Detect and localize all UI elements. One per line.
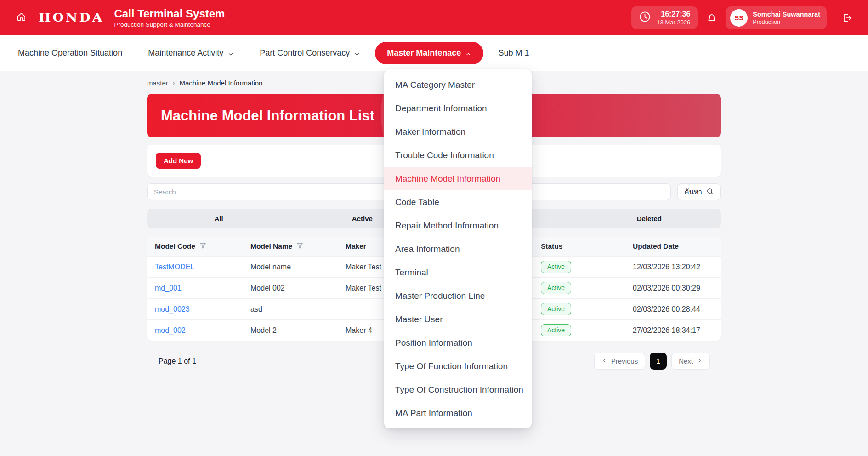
nav-label: Sub M 1	[498, 48, 529, 58]
nav-item-sub-m-1[interactable]: Sub M 1	[485, 48, 542, 58]
app-identity: Call Terminal System Production Support …	[114, 7, 225, 28]
user-info: Somchai Suwannarat Production	[753, 10, 820, 25]
page-number-button[interactable]: 1	[650, 353, 667, 370]
chevron-left-icon	[601, 357, 607, 365]
nav-item-part-control-conservacy[interactable]: Part Control Conservacy	[247, 48, 373, 58]
menu-item-type-of-function-information[interactable]: Type Of Function Information	[384, 354, 532, 378]
filter-icon[interactable]	[296, 242, 304, 251]
next-page-button[interactable]: Next	[671, 353, 710, 370]
model-name-cell: Model 2	[243, 326, 338, 335]
menu-item-department-information[interactable]: Department Information	[384, 97, 532, 120]
model-code-link[interactable]: TestMODEL	[155, 263, 194, 271]
clock-widget: 16:27:36 13 Mar 2026	[631, 6, 698, 29]
home-icon	[16, 11, 27, 24]
menu-item-trouble-code-information[interactable]: Trouble Code Information	[384, 143, 532, 167]
honda-logo: HONDA	[39, 11, 104, 24]
menu-item-ma-category-master[interactable]: MA Category Master	[384, 73, 532, 97]
master-maintenance-dropdown: MA Category Master Department Informatio…	[384, 69, 532, 428]
app-title: Call Terminal System	[114, 7, 225, 20]
column-header-model-code: Model Code	[147, 242, 243, 251]
previous-page-button[interactable]: Previous	[594, 353, 645, 370]
app-header: HONDA Call Terminal System Production Su…	[0, 0, 868, 35]
clock-time: 16:27:36	[657, 10, 690, 18]
status-badge: Active	[541, 261, 571, 274]
menu-item-master-production-line[interactable]: Master Production Line	[384, 284, 532, 308]
logout-button[interactable]	[841, 12, 852, 23]
updated-date-cell: 02/03/2026 00:28:44	[625, 305, 721, 314]
breadcrumb-separator-icon: ›	[173, 80, 175, 87]
updated-date-cell: 27/02/2026 18:34:17	[625, 326, 721, 335]
nav-label: Part Control Conservacy	[260, 48, 350, 58]
tab-all[interactable]: All	[147, 209, 290, 228]
menu-item-terminal[interactable]: Terminal	[384, 261, 532, 284]
breadcrumb-current: Machine Model Information	[180, 79, 263, 87]
logout-icon	[841, 17, 852, 25]
menu-item-machine-model-information[interactable]: Machine Model Information	[384, 167, 532, 190]
model-name-cell: Model 002	[243, 284, 338, 292]
chevron-down-icon	[354, 50, 360, 57]
model-code-link[interactable]: md_001	[155, 284, 182, 292]
home-button[interactable]	[16, 12, 27, 23]
clock-date: 13 Mar 2026	[657, 19, 690, 26]
nav-label: Machine Operation Situation	[18, 48, 122, 58]
status-badge: Active	[541, 282, 571, 295]
notifications-button[interactable]	[706, 12, 718, 24]
chevron-right-icon	[697, 357, 703, 365]
filter-icon[interactable]	[199, 242, 207, 251]
menu-item-area-information[interactable]: Area Information	[384, 237, 532, 261]
column-header-model-name: Model Name	[243, 242, 338, 251]
user-avatar: SS	[730, 9, 748, 27]
search-icon	[706, 188, 714, 197]
column-header-status: Status	[533, 242, 625, 251]
user-menu[interactable]: SS Somchai Suwannarat Production	[726, 6, 827, 29]
status-badge: Active	[541, 324, 571, 337]
nav-label: Maintenance Activity	[148, 48, 223, 58]
model-code-link[interactable]: mod_0023	[155, 305, 190, 314]
search-button-label: ค้นหา	[684, 187, 702, 198]
menu-item-master-user[interactable]: Master User	[384, 308, 532, 331]
model-name-cell: asd	[243, 305, 338, 314]
user-role: Production	[753, 19, 820, 25]
search-button[interactable]: ค้นหา	[677, 183, 721, 200]
column-header-updated-date: Updated Date	[625, 242, 721, 251]
breadcrumb-parent[interactable]: master	[147, 79, 168, 87]
app-subtitle: Production Support & Maintenance	[114, 21, 225, 28]
status-badge: Active	[541, 303, 571, 316]
model-code-link[interactable]: mod_002	[155, 326, 186, 335]
pager: Previous 1 Next	[594, 353, 721, 370]
menu-item-position-information[interactable]: Position Information	[384, 331, 532, 354]
nav-item-maintenance-activity[interactable]: Maintenance Activity	[135, 48, 247, 58]
add-new-button[interactable]: Add New	[156, 153, 201, 169]
chevron-up-icon	[465, 50, 471, 57]
page-title: Machine Model Information List	[147, 108, 374, 124]
menu-item-repair-method-information[interactable]: Repair Method Information	[384, 214, 532, 237]
menu-item-maker-information[interactable]: Maker Information	[384, 120, 532, 143]
header-right: 16:27:36 13 Mar 2026 SS Somchai Suwannar…	[631, 6, 852, 29]
menu-item-ma-part-information[interactable]: MA Part Information	[384, 401, 532, 425]
clock-icon	[639, 11, 651, 25]
nav-item-machine-operation-situation[interactable]: Machine Operation Situation	[18, 48, 135, 58]
clock-text: 16:27:36 13 Mar 2026	[657, 10, 690, 25]
main-nav: Machine Operation Situation Maintenance …	[0, 35, 868, 71]
updated-date-cell: 12/03/2026 13:20:42	[625, 263, 721, 271]
chevron-down-icon	[227, 50, 234, 57]
model-name-cell: Model name	[243, 263, 338, 271]
menu-item-code-table[interactable]: Code Table	[384, 190, 532, 214]
tab-deleted[interactable]: Deleted	[578, 209, 721, 228]
menu-item-type-of-construction-information[interactable]: Type Of Construction Information	[384, 378, 532, 401]
updated-date-cell: 02/03/2026 00:30:29	[625, 284, 721, 292]
page-summary: Page 1 of 1	[159, 357, 196, 365]
bell-icon	[706, 17, 718, 25]
user-name: Somchai Suwannarat	[753, 10, 820, 18]
nav-item-master-maintenace[interactable]: Master Maintenace	[375, 42, 483, 64]
nav-label: Master Maintenace	[387, 48, 461, 58]
app-screen: HONDA Call Terminal System Production Su…	[0, 0, 868, 456]
